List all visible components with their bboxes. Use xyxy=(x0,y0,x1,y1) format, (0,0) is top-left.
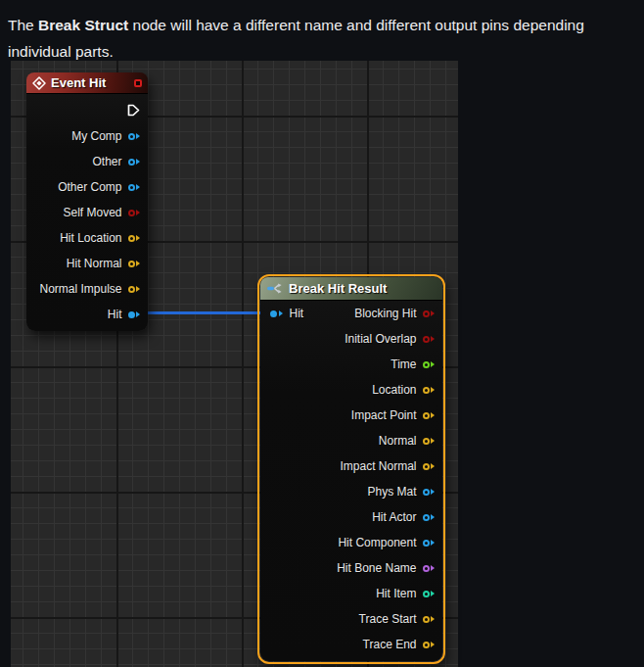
pin-row[interactable] xyxy=(26,98,148,123)
pin-label: Trace Start xyxy=(359,612,417,626)
pin-row[interactable]: Trace End xyxy=(260,632,442,657)
pin-row[interactable]: Location xyxy=(260,377,442,403)
pin-row[interactable]: My Comp xyxy=(26,123,148,149)
blue-pin-icon[interactable] xyxy=(128,133,141,140)
pin-label: Other xyxy=(92,155,121,168)
blue-pin-icon[interactable] xyxy=(423,514,436,521)
pin-row[interactable]: Impact Normal xyxy=(260,453,442,479)
pin-row[interactable]: Hit Bone Name xyxy=(260,555,442,581)
blue-pin-icon[interactable] xyxy=(270,310,283,317)
paragraph-bold-text: Break Struct xyxy=(38,17,128,33)
gold-pin-icon[interactable] xyxy=(128,235,141,242)
gold-pin-icon[interactable] xyxy=(423,387,436,394)
gold-pin-icon[interactable] xyxy=(423,616,436,623)
node-title: Break Hit Result xyxy=(289,281,387,296)
hit-input-pin-row[interactable]: Hit xyxy=(270,301,303,326)
gold-pin-icon[interactable] xyxy=(423,463,436,470)
pin-label: Phys Mat xyxy=(367,485,416,499)
teal-pin-icon[interactable] xyxy=(423,591,436,597)
pin-label: Blocking Hit xyxy=(354,307,416,320)
pin-row[interactable]: Phys Mat xyxy=(260,479,442,504)
break-hit-result-selection-outline: Break Hit Result Hit Blocking HitInitial… xyxy=(257,274,445,664)
pin-label: Hit Actor xyxy=(372,510,416,524)
gold-pin-icon[interactable] xyxy=(128,286,141,293)
pin-row[interactable]: Trace Start xyxy=(260,606,442,632)
red-pin-icon[interactable] xyxy=(423,310,436,317)
pin-row[interactable]: Normal xyxy=(260,428,442,453)
break-hit-result-node-header[interactable]: Break Hit Result xyxy=(260,277,442,301)
blue-pin-icon[interactable] xyxy=(128,159,141,166)
blue-pin-icon[interactable] xyxy=(128,184,141,191)
pin-label: Impact Normal xyxy=(340,459,416,473)
pin-row[interactable]: Hit xyxy=(26,302,148,327)
doc-paragraph: The Break Struct node will have a differ… xyxy=(8,12,584,65)
pin-label: Hit Bone Name xyxy=(337,561,416,575)
pin-row[interactable]: Hit Component xyxy=(260,530,442,555)
blue-pin-icon[interactable] xyxy=(423,489,436,496)
blue-pin-icon[interactable] xyxy=(423,540,436,547)
pin-label: My Comp xyxy=(71,129,121,143)
pin-row[interactable]: Other Comp xyxy=(26,174,148,200)
node-title: Event Hit xyxy=(51,75,106,90)
pin-row[interactable]: Other xyxy=(26,149,148,174)
pin-row[interactable]: Time xyxy=(260,352,442,377)
break-hit-result-output-pins: Blocking HitInitial OverlapTimeLocationI… xyxy=(260,301,442,657)
pin-label: Hit Normal xyxy=(67,257,122,270)
pin-label: Other Comp xyxy=(58,180,121,194)
pin-label: Impact Point xyxy=(351,408,417,422)
break-hit-result-node[interactable]: Break Hit Result Hit Blocking HitInitial… xyxy=(260,277,442,661)
pin-row[interactable]: Self Moved xyxy=(26,200,148,225)
gold-pin-icon[interactable] xyxy=(128,261,141,267)
pin-label: Hit Component xyxy=(338,536,416,549)
event-hit-node-header[interactable]: Event Hit xyxy=(26,72,148,94)
paragraph-text: The xyxy=(8,17,38,33)
pin-label: Trace End xyxy=(363,638,417,651)
pin-row[interactable]: Hit Normal xyxy=(26,251,148,276)
pin-label: Location xyxy=(372,383,416,397)
red-pin-icon[interactable] xyxy=(423,336,436,343)
pin-row[interactable]: Hit Location xyxy=(26,225,148,251)
pin-label: Hit xyxy=(290,307,304,320)
pin-label: Normal Impulse xyxy=(39,282,121,296)
red-pin-icon[interactable] xyxy=(128,210,141,216)
pin-row[interactable]: Initial Overlap xyxy=(260,326,442,352)
exec-pin-icon[interactable] xyxy=(127,104,140,118)
pin-row[interactable]: Normal Impulse xyxy=(26,276,148,302)
pin-row[interactable]: Impact Point xyxy=(260,403,442,428)
blueprint-graph-canvas[interactable]: Event Hit My CompOtherOther CompSelf Mov… xyxy=(11,61,458,667)
pin-row[interactable]: Hit Item xyxy=(260,581,442,606)
pin-label: Initial Overlap xyxy=(345,332,416,346)
gold-pin-icon[interactable] xyxy=(423,412,436,419)
pin-label: Hit xyxy=(108,308,122,321)
pin-label: Hit Location xyxy=(60,231,121,245)
delegate-pin-icon[interactable] xyxy=(134,79,142,87)
gold-pin-icon[interactable] xyxy=(423,642,436,648)
gold-pin-icon[interactable] xyxy=(423,438,436,445)
blue-pin-icon[interactable] xyxy=(128,311,141,318)
event-hit-output-pins: My CompOtherOther CompSelf MovedHit Loca… xyxy=(26,94,148,327)
pin-label: Normal xyxy=(379,434,417,448)
paragraph-text: node will have a different name and diff… xyxy=(128,17,584,33)
pin-label: Hit Item xyxy=(376,587,416,600)
event-hit-node[interactable]: Event Hit My CompOtherOther CompSelf Mov… xyxy=(26,72,148,331)
pin-row[interactable]: Hit Actor xyxy=(260,504,442,530)
break-struct-icon xyxy=(266,282,283,295)
purple-pin-icon[interactable] xyxy=(423,565,436,572)
pin-label: Time xyxy=(391,357,416,371)
paragraph-text: individual parts. xyxy=(8,43,114,60)
green-pin-icon[interactable] xyxy=(423,361,436,368)
pin-label: Self Moved xyxy=(63,206,121,219)
event-diamond-icon xyxy=(32,76,46,90)
